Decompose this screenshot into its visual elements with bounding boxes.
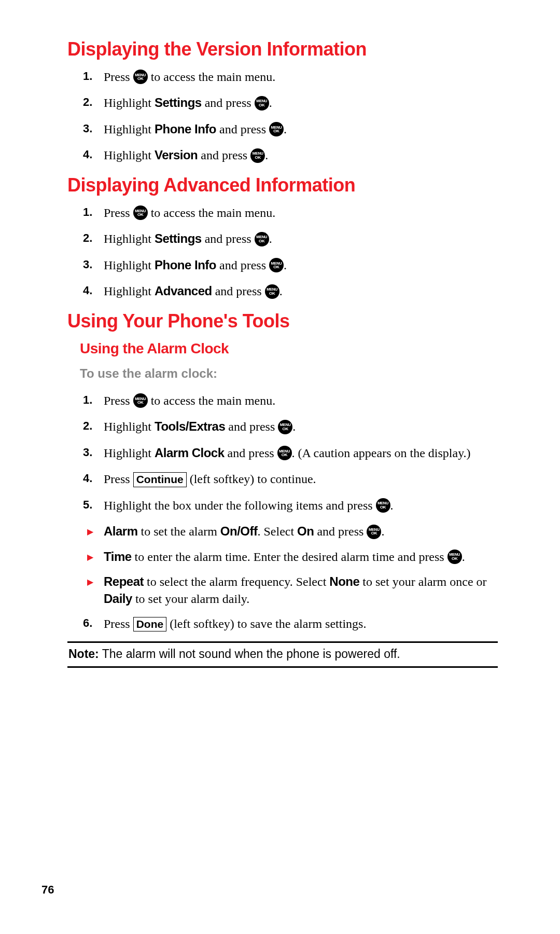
softkey-continue: Continue [133,472,187,487]
step-text: Press [104,206,133,219]
term: On/Off [220,524,258,538]
bullet-text: to set the alarm [138,525,220,538]
bullet-text: and press [314,525,367,538]
step-text: Press [104,472,133,486]
term: Alarm [104,524,138,538]
step-text: Highlight [104,420,155,433]
step-text: Press [104,617,133,630]
note-label: Note: [68,647,99,661]
bullet-text: to set your alarm once or [359,575,486,588]
menu-ok-icon: MENUOK [269,122,284,136]
term: Time [104,550,132,564]
bullet-text: to select the alarm frequency. Select [144,575,329,588]
menu-ok-icon: MENUOK [367,525,381,539]
step-text: . [284,122,287,136]
term: On [297,524,314,538]
term: Advanced [155,284,212,298]
menu-ok-icon: MENUOK [278,420,292,434]
bullet-text: to set your alarm daily. [132,592,249,606]
menu-ok-icon: MENUOK [250,148,265,163]
step-text: and press [225,420,278,433]
step-text: Highlight [104,148,155,162]
term: Settings [155,95,202,109]
menu-ok-icon: MENUOK [269,258,284,272]
term: Version [155,148,198,162]
menu-ok-icon: MENUOK [277,446,292,460]
step: 5.Highlight the box under the following … [80,497,498,514]
subsection-heading-alarm: Using the Alarm Clock [80,340,498,357]
bullet-text: to enter the alarm time. Enter the desir… [132,550,447,564]
bullet-item: Time to enter the alarm time. Enter the … [80,548,498,565]
step-text: and press [216,122,269,136]
menu-ok-icon: MENUOK [133,205,148,220]
step-text: Highlight [104,122,155,136]
term: Phone Info [155,258,216,272]
softkey-done: Done [133,617,167,631]
step-text: Press [104,70,133,84]
term: Daily [104,592,132,606]
bullet-item: Alarm to set the alarm On/Off. Select On… [80,523,498,540]
step-text: Highlight [104,232,155,245]
step-text: (left softkey) to save the alarm setting… [166,617,366,630]
menu-ok-icon: MENUOK [447,550,462,564]
step-text: Highlight [104,284,155,298]
section-heading-advanced: Displaying Advanced Information [67,174,498,196]
step-text: and press [225,446,277,460]
page-number: 76 [41,883,54,897]
step: 2.Highlight Tools/Extras and press MENUO… [80,418,498,435]
step-text: . [284,258,287,272]
step: 4.Press Continue (left softkey) to conti… [80,471,498,487]
term: Repeat [104,574,144,588]
step-text: . [269,232,272,245]
step: 4.Highlight Version and press MENUOK. [80,147,498,163]
step-text: . [390,499,394,512]
step-text: . [279,284,283,298]
menu-ok-icon: MENUOK [376,498,390,513]
step-text: Press [104,394,133,407]
menu-ok-icon: MENUOK [265,284,279,299]
step-text: Highlight [104,446,155,460]
step: 2.Highlight Settings and press MENUOK. [80,230,498,247]
menu-ok-icon: MENUOK [255,96,269,111]
step-text: . (A caution appears on the display.) [292,446,471,460]
steps-advanced: 1.Press MENUOK to access the main menu. … [80,204,498,300]
step: 3.Highlight Alarm Clock and press MENUOK… [80,445,498,461]
steps-alarm: 1.Press MENUOK to access the main menu. … [80,392,498,514]
menu-ok-icon: MENUOK [133,70,148,84]
step-text: to access the main menu. [148,206,276,219]
step-text: and press [202,96,255,109]
term: Alarm Clock [155,446,225,460]
step: 1.Press MENUOK to access the main menu. [80,68,498,85]
step-text: . [265,148,268,162]
bullet-item: Repeat to select the alarm frequency. Se… [80,573,498,607]
term: Phone Info [155,122,216,136]
step-text: (left softkey) to continue. [187,472,316,486]
step: 4.Highlight Advanced and press MENUOK. [80,283,498,299]
note-text: The alarm will not sound when the phone … [99,647,400,661]
step: 1.Press MENUOK to access the main menu. [80,204,498,221]
step-text: to access the main menu. [148,70,276,84]
alarm-options: Alarm to set the alarm On/Off. Select On… [80,523,498,607]
step-text: . [269,96,272,109]
term: None [329,574,359,588]
intro-text: To use the alarm clock: [80,366,498,381]
note-box: Note: The alarm will not sound when the … [67,641,498,668]
bullet-text: . [462,550,465,564]
menu-ok-icon: MENUOK [133,393,148,408]
section-heading-version: Displaying the Version Information [67,38,498,60]
term: Settings [155,231,202,245]
steps-alarm-cont: 6.Press Done (left softkey) to save the … [80,615,498,632]
step-text: and press [198,148,250,162]
step-text: . [292,420,296,433]
step: 2.Highlight Settings and press MENUOK. [80,94,498,111]
menu-ok-icon: MENUOK [255,232,269,246]
section-heading-tools: Using Your Phone's Tools [67,310,498,332]
steps-version: 1.Press MENUOK to access the main menu. … [80,68,498,164]
bullet-text: . Select [257,525,297,538]
step-text: Highlight the box under the following it… [104,499,376,512]
step: 6.Press Done (left softkey) to save the … [80,615,498,632]
step-text: to access the main menu. [148,394,276,407]
step: 1.Press MENUOK to access the main menu. [80,392,498,409]
step-text: and press [212,284,265,298]
step-text: Highlight [104,96,155,109]
